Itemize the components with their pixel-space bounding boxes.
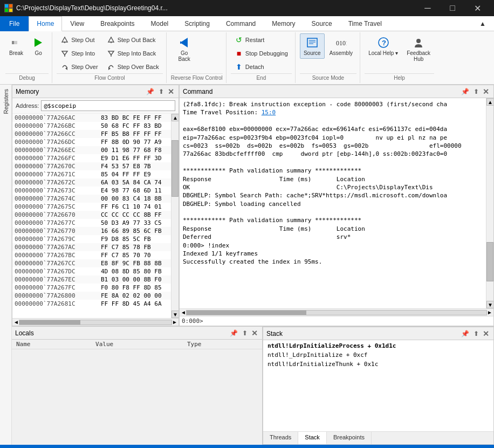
flow-buttons: Step Out Step Into Step Over xyxy=(57,33,163,73)
travel-position-link[interactable]: 15:0 xyxy=(262,109,276,116)
tab-view[interactable]: View xyxy=(62,16,92,31)
ribbon-group-help: ? Local Help ▾ Feedback Hub Help xyxy=(361,32,437,83)
command-close-button[interactable]: ✕ xyxy=(482,86,490,97)
stack-pin-button[interactable]: 📌 xyxy=(459,329,471,338)
table-row: 00000000`77A2679CF9 D8 85 5C FB xyxy=(12,235,171,243)
memory-address-input[interactable] xyxy=(41,100,175,111)
stack-content[interactable]: ntdll!LdrpInitializeProcess + 0x1d1c ntd… xyxy=(263,340,493,431)
command-h-scrollbar-thumb[interactable] xyxy=(187,311,306,315)
table-row: 00000000`77A2677016 66 89 85 6C FB xyxy=(12,227,171,235)
tab-collapse[interactable]: ▲ xyxy=(471,16,494,31)
registers-label[interactable]: Registers xyxy=(3,87,9,116)
source-button[interactable]: Source xyxy=(300,33,325,59)
memory-scroll-h-right[interactable]: ► xyxy=(172,319,177,325)
source-icon xyxy=(306,36,319,49)
command-float-button[interactable]: ⬆ xyxy=(472,87,481,96)
step-over-back-icon xyxy=(107,63,115,71)
minimize-button[interactable]: ─ xyxy=(415,0,440,16)
command-pin-button[interactable]: 📌 xyxy=(459,87,471,96)
memory-scrollbar-v[interactable]: ▲ ▼ xyxy=(171,114,179,318)
locals-float-button[interactable]: ⬆ xyxy=(241,329,249,337)
command-scroll-track[interactable] xyxy=(486,106,493,301)
step-out-back-label: Step Out Back xyxy=(118,37,156,43)
command-scrollbar-v[interactable]: ▲ ▼ xyxy=(486,98,493,308)
list-item[interactable]: ntdll!LdrpInitializeProcess + 0x1d1c xyxy=(265,341,491,350)
command-input-bar: 0:000> xyxy=(180,316,493,326)
locals-pin-button[interactable]: 📌 xyxy=(228,329,239,337)
table-row: 00000000`77A2677C50 D3 A9 77 33 C5 xyxy=(12,219,171,227)
tab-home[interactable]: Home xyxy=(29,16,62,31)
command-scroll-up[interactable]: ▲ xyxy=(486,98,493,106)
memory-float-button[interactable]: ⬆ xyxy=(157,87,166,96)
table-row: 00000000`77A26670CC CC CC CC 8B FF xyxy=(12,211,171,219)
memory-close-button[interactable]: ✕ xyxy=(167,86,175,97)
tab-breakpoints[interactable]: Breakpoints xyxy=(92,16,142,31)
locals-col-type: Type xyxy=(183,340,262,349)
step-out-button[interactable]: Step Out xyxy=(57,33,102,46)
locals-table[interactable]: Name Value Type xyxy=(12,340,262,445)
memory-scroll-down[interactable]: ▼ xyxy=(171,311,179,318)
memory-scroll-track[interactable] xyxy=(171,121,179,311)
step-into-back-button[interactable]: Step Into Back xyxy=(103,47,163,60)
tab-model[interactable]: Model xyxy=(143,16,177,31)
go-back-button[interactable]: Go Back xyxy=(171,33,198,65)
title-controls[interactable]: ─ □ ✕ xyxy=(415,0,490,16)
tab-scripting[interactable]: Scripting xyxy=(176,16,218,31)
command-scroll-down[interactable]: ▼ xyxy=(486,301,493,308)
tab-command[interactable]: Command xyxy=(218,16,264,31)
feedback-hub-button[interactable]: Feedback Hub xyxy=(403,33,434,65)
command-panel: Command 📌 ⬆ ✕ (2fa8.1fdc): Break instruc… xyxy=(179,85,494,326)
memory-scroll-h-left[interactable]: ◄ xyxy=(13,319,19,325)
memory-content[interactable]: 00000000`77A266AC83 BD BC FE FF FF 00000… xyxy=(12,114,171,318)
memory-h-scrollbar-track[interactable] xyxy=(19,320,172,325)
local-help-button[interactable]: ? Local Help ▾ xyxy=(365,33,402,59)
list-item[interactable]: ntdll!LdrInitializeThunk + 0x1c xyxy=(265,360,491,369)
go-button[interactable]: Go xyxy=(28,33,49,59)
tab-threads[interactable]: Threads xyxy=(263,432,298,444)
source-label: Source xyxy=(304,50,321,56)
step-over-back-button[interactable]: Step Over Back xyxy=(103,60,163,73)
tab-time-travel[interactable]: Time Travel xyxy=(340,16,390,31)
close-button[interactable]: ✕ xyxy=(465,0,490,16)
tab-stack[interactable]: Stack xyxy=(298,432,327,444)
stack-panel-header: Stack 📌 ⬆ ✕ xyxy=(263,327,493,340)
command-scroll-h-left[interactable]: ◄ xyxy=(181,309,186,315)
memory-h-scrollbar-thumb[interactable] xyxy=(19,320,80,325)
command-h-scrollbar-track[interactable] xyxy=(186,310,487,315)
tab-memory[interactable]: Memory xyxy=(264,16,303,31)
locals-close-button[interactable]: ✕ xyxy=(250,328,259,339)
command-scroll-h-right[interactable]: ► xyxy=(487,309,492,315)
memory-panel-title: Memory xyxy=(16,88,142,95)
memory-scroll-thumb[interactable] xyxy=(171,140,179,197)
step-into-button[interactable]: Step Into xyxy=(57,47,102,60)
memory-pin-button[interactable]: 📌 xyxy=(145,87,156,96)
command-input[interactable] xyxy=(205,318,491,325)
step-over-button[interactable]: Step Over xyxy=(57,60,102,73)
detach-label: Detach xyxy=(245,64,264,70)
maximize-button[interactable]: □ xyxy=(440,0,465,16)
detach-button[interactable]: ⬆ Detach xyxy=(231,60,292,73)
step-into-back-icon xyxy=(107,49,115,58)
command-scroll-thumb[interactable] xyxy=(486,242,493,281)
stop-debugging-button[interactable]: ■ Stop Debugging xyxy=(231,47,292,60)
ribbon-group-go-back: Go Back Reverse Flow Control xyxy=(168,32,227,83)
tab-breakpoints[interactable]: Breakpoints xyxy=(327,432,372,444)
step-out-back-button[interactable]: Step Out Back xyxy=(103,33,163,46)
restart-button[interactable]: ↺ Restart xyxy=(231,33,292,46)
command-output[interactable]: (2fa8.1fdc): Break instruction exception… xyxy=(180,98,486,308)
feedback-hub-icon xyxy=(412,36,425,49)
title-bar-path: C:\Projects\DisplayText\Debug\DisplayGre… xyxy=(16,4,168,12)
reverse-flow-label: Reverse Flow Control xyxy=(171,73,223,82)
assembly-button[interactable]: 0101 Assembly xyxy=(326,33,356,59)
break-button[interactable]: Break xyxy=(5,33,27,59)
command-scrollbar-h[interactable]: ◄ ► xyxy=(180,308,493,316)
memory-scrollbar-h[interactable]: ◄ ► xyxy=(12,318,179,326)
table-row: 00000000`77A266FCE9 D1 E6 FF FF 3D xyxy=(12,154,171,162)
list-item[interactable]: ntdll!_LdrpInitialize + 0xcf xyxy=(265,350,491,360)
svg-rect-18 xyxy=(180,42,181,44)
stack-close-button[interactable]: ✕ xyxy=(482,328,490,339)
tab-source[interactable]: Source xyxy=(304,16,340,31)
stack-float-button[interactable]: ⬆ xyxy=(472,329,481,338)
memory-scroll-up[interactable]: ▲ xyxy=(171,114,179,121)
tab-file[interactable]: File xyxy=(0,16,29,31)
